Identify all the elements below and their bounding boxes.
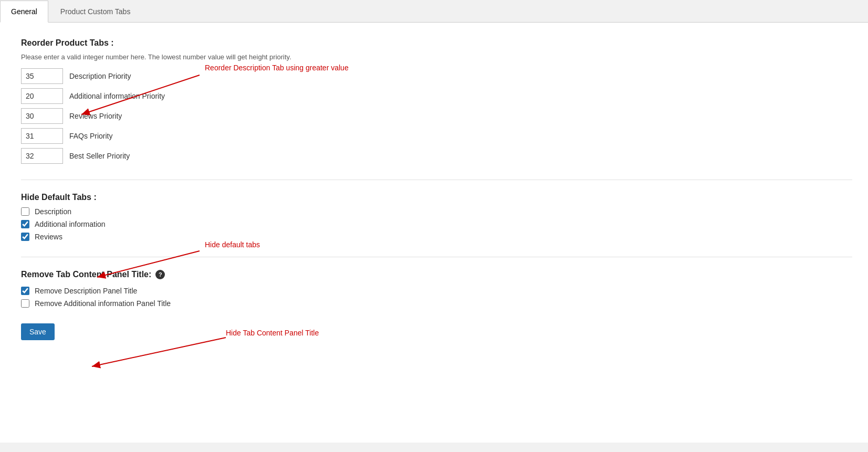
reorder-section-desc: Please enter a valid integer number here… [21,53,852,61]
remove-description-panel-checkbox[interactable] [21,287,29,295]
reorder-section-title: Reorder Product Tabs : [21,38,852,48]
hide-reviews-checkbox[interactable] [21,233,29,241]
reviews-priority-input[interactable] [21,108,63,124]
best-seller-priority-label: Best Seller Priority [69,152,130,160]
priority-row-additional-info: Additional information Priority [21,88,852,104]
reviews-priority-label: Reviews Priority [69,112,122,120]
tab-product-custom-tabs-label: Product Custom Tabs [60,7,131,16]
description-priority-label: Description Priority [69,72,131,80]
remove-description-panel-row: Remove Description Panel Title [21,287,852,295]
priority-row-faqs: FAQs Priority [21,128,852,144]
hide-tabs-title: Hide Default Tabs : [21,193,852,202]
hide-additional-info-checkbox[interactable] [21,220,29,228]
page-wrapper: General Product Custom Tabs Reorder Desc… [0,0,868,452]
remove-additional-panel-row: Remove Additional information Panel Titl… [21,299,852,308]
svg-line-3 [92,338,226,366]
additional-info-priority-input[interactable] [21,88,63,104]
hide-description-checkbox[interactable] [21,207,29,216]
priority-row-best-seller: Best Seller Priority [21,148,852,164]
hide-description-row: Description [21,207,852,216]
remove-panel-section: Remove Tab Content Panel Title: ? Remove… [21,270,852,308]
remove-description-panel-label: Remove Description Panel Title [35,287,137,295]
hide-tabs-section: Hide Default Tabs : Description Addition… [21,193,852,241]
remove-panel-header: Remove Tab Content Panel Title: ? [21,270,852,279]
priority-row-description: Description Priority [21,68,852,84]
additional-info-priority-label: Additional information Priority [69,92,165,100]
faqs-priority-input[interactable] [21,128,63,144]
tab-product-custom-tabs[interactable]: Product Custom Tabs [49,1,142,23]
save-button[interactable]: Save [21,323,55,340]
annotation-hide-tabs: Hide default tabs [205,240,260,249]
hide-additional-info-row: Additional information [21,220,852,228]
hide-additional-info-label: Additional information [35,220,106,228]
help-icon[interactable]: ? [155,270,165,279]
hide-reviews-row: Reviews [21,233,852,241]
content-area: Reorder Description Tab using greater va… [0,23,868,443]
remove-additional-panel-label: Remove Additional information Panel Titl… [35,299,171,308]
tabs-bar: General Product Custom Tabs [0,0,868,23]
tab-general[interactable]: General [0,1,48,23]
remove-additional-panel-checkbox[interactable] [21,299,29,308]
reorder-section: Reorder Product Tabs : Please enter a va… [21,38,852,164]
best-seller-priority-input[interactable] [21,148,63,164]
tab-general-label: General [11,7,37,16]
hide-reviews-label: Reviews [35,233,62,241]
description-priority-input[interactable] [21,68,63,84]
hide-description-label: Description [35,207,71,216]
remove-panel-title: Remove Tab Content Panel Title: [21,270,151,279]
divider-2 [21,257,852,257]
faqs-priority-label: FAQs Priority [69,132,112,140]
divider-1 [21,180,852,180]
priority-row-reviews: Reviews Priority [21,108,852,124]
annotation-panel-title: Hide Tab Content Panel Title [226,329,319,337]
